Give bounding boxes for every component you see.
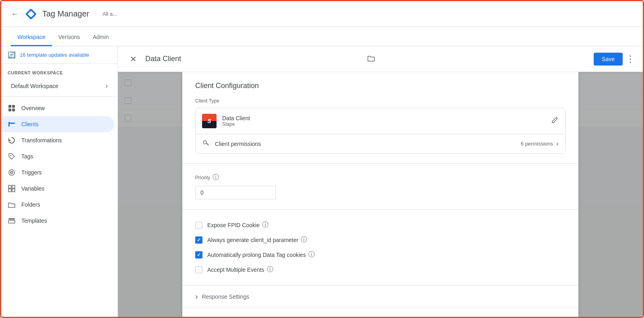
- templates-label: Templates: [21, 217, 47, 224]
- overview-icon: [8, 104, 16, 112]
- save-button[interactable]: Save: [594, 53, 623, 66]
- clients-icon: [8, 120, 16, 128]
- dialog-folder-icon[interactable]: [367, 53, 376, 64]
- template-updates[interactable]: 🔄 16 template updates available: [1, 46, 118, 64]
- close-button[interactable]: ✕: [126, 52, 140, 66]
- tags-icon: [8, 152, 16, 160]
- sidebar-item-folders[interactable]: Folders: [1, 197, 114, 213]
- fpid-help-icon[interactable]: ⓘ: [262, 221, 268, 229]
- client-id-checkbox[interactable]: [195, 236, 202, 244]
- svg-point-11: [11, 172, 12, 173]
- multiple-events-checkbox[interactable]: [195, 266, 202, 273]
- accepted-paths-collapse-icon: ⌄: [195, 316, 202, 317]
- checkbox-fpid: Expose FPID Cookie ⓘ: [195, 217, 566, 232]
- transformations-label: Transformations: [21, 137, 62, 144]
- priority-input[interactable]: [195, 186, 276, 199]
- folders-label: Folders: [21, 201, 40, 208]
- client-name: Data Client: [222, 115, 551, 121]
- priority-section: Priority ⓘ: [182, 164, 578, 209]
- back-button[interactable]: ←: [8, 7, 22, 21]
- client-logo: S: [202, 114, 217, 128]
- workspace-chevron-icon: ›: [105, 82, 108, 90]
- permissions-chevron-icon: ›: [556, 140, 559, 148]
- svg-rect-3: [12, 105, 15, 108]
- client-sub: Stape: [222, 121, 551, 127]
- svg-point-8: [10, 155, 12, 156]
- sidebar-item-triggers[interactable]: Triggers: [1, 164, 114, 181]
- response-settings-title: Response Settings: [202, 293, 250, 300]
- sidebar-item-tags[interactable]: Tags: [1, 148, 114, 164]
- tags-label: Tags: [21, 153, 33, 160]
- svg-point-18: [203, 141, 206, 144]
- checkbox-client-id: Always generate client_id parameter ⓘ: [195, 232, 566, 247]
- sidebar-divider: [1, 96, 118, 97]
- svg-rect-7: [8, 122, 10, 127]
- nav-tabs: Workspace Versions Admin: [1, 27, 643, 46]
- prolong-help-icon[interactable]: ⓘ: [308, 250, 315, 259]
- response-settings-section: › Response Settings: [182, 285, 578, 308]
- response-settings-header[interactable]: › Response Settings: [195, 292, 566, 301]
- triggers-icon: [8, 168, 16, 176]
- section-title: Client Configuration: [195, 82, 566, 90]
- svg-rect-16: [8, 218, 15, 220]
- multiple-events-help-icon[interactable]: ⓘ: [267, 265, 273, 274]
- client-type-row: S Data Client Stape: [196, 108, 565, 134]
- svg-rect-2: [8, 105, 11, 108]
- priority-help-icon[interactable]: ⓘ: [213, 173, 219, 182]
- top-bar: ← Tag Manager All a...: [1, 1, 643, 27]
- main-area: 🔄 16 template updates available CURRENT …: [1, 46, 643, 317]
- svg-rect-17: [8, 220, 15, 223]
- folders-icon: [8, 201, 16, 209]
- response-settings-expand-icon: ›: [195, 292, 198, 301]
- triggers-label: Triggers: [21, 169, 42, 176]
- svg-rect-5: [12, 109, 15, 111]
- dialog-header: ✕ Data Client Save ⋮: [118, 46, 643, 72]
- fpid-checkbox[interactable]: [195, 222, 202, 229]
- current-workspace-label: CURRENT WORKSPACE: [1, 64, 118, 77]
- client-type-label: Client Type: [195, 98, 566, 104]
- sidebar-item-overview[interactable]: Overview: [1, 100, 114, 116]
- workspace-selector[interactable]: Default Workspace ›: [4, 78, 114, 93]
- sidebar-item-clients[interactable]: Clients: [1, 116, 114, 132]
- tab-versions[interactable]: Versions: [52, 29, 87, 46]
- priority-label: Priority ⓘ: [195, 173, 566, 182]
- dialog-panel: Client Configuration Client Type S Data …: [182, 72, 578, 317]
- permissions-row[interactable]: Client permissions 6 permissions ›: [196, 134, 565, 153]
- tab-admin[interactable]: Admin: [86, 29, 115, 46]
- svg-rect-12: [8, 185, 11, 188]
- sidebar-item-templates[interactable]: Templates: [1, 213, 114, 229]
- workspace-name: Default Workspace: [11, 83, 58, 89]
- variables-label: Variables: [21, 185, 44, 192]
- permissions-label: Client permissions: [215, 141, 521, 147]
- transformations-icon: [8, 136, 16, 144]
- client-config-section: Client Configuration Client Type S Data …: [182, 72, 578, 164]
- logo-area: Tag Manager: [24, 7, 89, 21]
- logo: [24, 7, 38, 21]
- checkboxes-section: Expose FPID Cookie ⓘ Always generate cli…: [182, 209, 578, 285]
- sidebar-item-transformations[interactable]: Transformations: [1, 132, 114, 148]
- svg-rect-13: [12, 185, 15, 188]
- app-title: Tag Manager: [42, 9, 89, 18]
- prolong-checkbox[interactable]: [195, 251, 202, 259]
- checkbox-multiple-events: Accept Multiple Events ⓘ: [195, 262, 566, 277]
- clients-label: Clients: [21, 121, 39, 127]
- more-options-icon[interactable]: ⋮: [626, 54, 635, 64]
- tab-workspace[interactable]: Workspace: [11, 29, 52, 46]
- refresh-icon: 🔄: [8, 51, 16, 59]
- client-id-help-icon[interactable]: ⓘ: [301, 236, 307, 244]
- templates-icon: [8, 217, 16, 225]
- variables-icon: [8, 185, 16, 193]
- dialog-title: Data Client: [145, 55, 363, 63]
- permissions-count: 6 permissions: [521, 141, 553, 147]
- checkbox-prolong: Automatically prolong Data Tag cookies ⓘ: [195, 247, 566, 262]
- sidebar-item-variables[interactable]: Variables: [1, 181, 114, 197]
- edit-client-type-button[interactable]: [551, 116, 559, 126]
- client-type-info: Data Client Stape: [222, 115, 551, 127]
- content-area: 🔍 ✕ Data Client Save ⋮: [118, 46, 643, 317]
- svg-rect-14: [8, 189, 11, 192]
- svg-rect-15: [12, 189, 15, 192]
- accepted-paths-header[interactable]: ⌄ Accepted Path Settings: [195, 316, 566, 317]
- overview-label: Overview: [21, 105, 45, 111]
- svg-rect-4: [8, 109, 11, 111]
- key-icon: [202, 139, 209, 148]
